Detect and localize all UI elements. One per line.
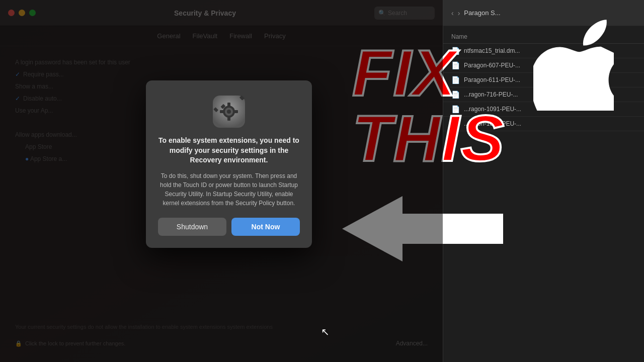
svg-rect-6 [227, 117, 230, 121]
svg-point-4 [227, 110, 231, 114]
right-panel-title: Paragon S... [464, 9, 500, 17]
dialog-title: To enable system extensions, you need to… [158, 136, 300, 165]
system-extension-dialog: To enable system extensions, you need to… [146, 80, 312, 248]
nav-forward-icon[interactable]: › [458, 9, 460, 17]
nav-back-icon[interactable]: ‹ [451, 9, 454, 17]
apple-logo [533, 10, 614, 111]
dialog-body: To do this, shut down your system. Then … [158, 171, 300, 208]
dialog-buttons: Shutdown Not Now [158, 218, 300, 236]
shutdown-button[interactable]: Shutdown [158, 218, 226, 236]
svg-rect-8 [234, 110, 238, 113]
system-prefs-icon [213, 96, 245, 128]
not-now-button[interactable]: Not Now [231, 218, 300, 236]
svg-rect-5 [227, 103, 230, 107]
svg-rect-7 [220, 110, 224, 113]
